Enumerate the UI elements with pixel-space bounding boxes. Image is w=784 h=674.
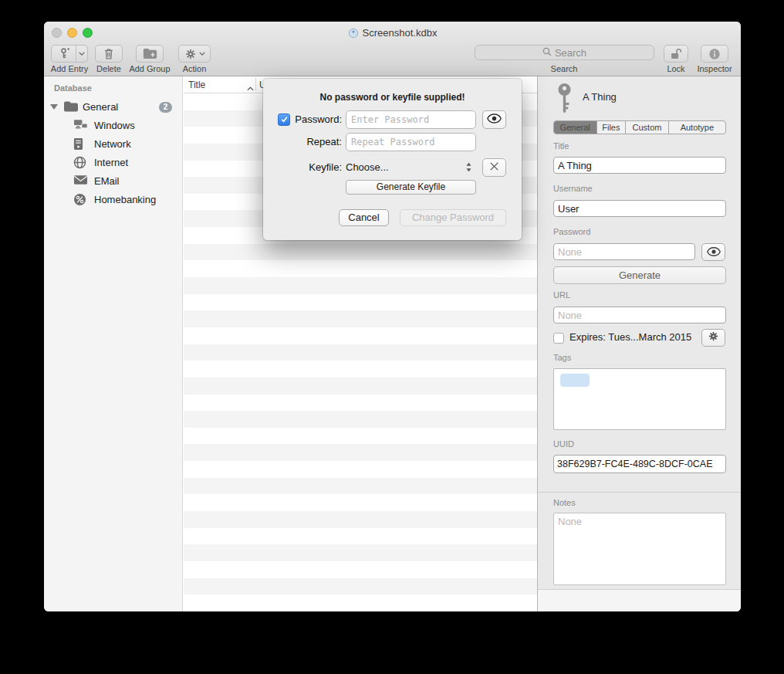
url-field[interactable] [553, 307, 726, 323]
list-row[interactable] [184, 511, 537, 528]
notes-field-label: Notes [553, 498, 576, 507]
search-icon [542, 47, 552, 59]
list-row[interactable] [184, 244, 537, 261]
expires-settings-button[interactable] [701, 329, 725, 347]
list-row[interactable] [184, 310, 537, 327]
info-icon [708, 48, 721, 60]
entry-title: A Thing [583, 91, 617, 103]
sidebar-item-label: Windows [94, 120, 135, 131]
repeat-row-label: Repeat: [291, 133, 342, 151]
list-row[interactable] [184, 361, 537, 378]
generate-password-button[interactable]: Generate [553, 266, 726, 284]
key-icon [555, 83, 574, 117]
list-row[interactable] [184, 294, 537, 311]
password-checkbox[interactable] [278, 113, 290, 126]
list-row[interactable] [184, 561, 537, 578]
title-field-label: Title [553, 141, 569, 151]
dialog-password-input[interactable] [346, 110, 476, 129]
divider [538, 492, 741, 493]
key-plus-icon [52, 46, 76, 62]
password-field[interactable] [553, 243, 695, 260]
list-row[interactable] [184, 578, 537, 595]
tab-autotype[interactable]: Autotype [669, 121, 725, 134]
password-field-label: Password [553, 227, 590, 236]
globe-icon [73, 156, 86, 172]
chevron-down-icon[interactable] [76, 46, 87, 62]
change-password-button[interactable]: Change Password [400, 209, 506, 226]
list-row[interactable] [184, 444, 537, 461]
sidebar-group-label: General [83, 101, 118, 113]
show-password-button[interactable] [482, 110, 506, 129]
cancel-button[interactable]: Cancel [339, 209, 389, 226]
window-title: Screenshot.kdbx [44, 27, 741, 41]
keyfile-popup[interactable]: Choose... [346, 158, 389, 177]
sidebar-item-label: Homebanking [94, 194, 156, 205]
add-entry-label: Add Entry [46, 64, 93, 73]
sidebar: Database General 2 Windows Network [44, 76, 183, 611]
add-group-button[interactable] [136, 45, 164, 63]
app-window: Screenshot.kdbx Add Entry Delete Add Gro… [44, 22, 741, 611]
generate-keyfile-button[interactable]: Generate Keyfile [346, 180, 476, 195]
sidebar-section-header: Database [54, 83, 92, 93]
list-row[interactable] [184, 327, 537, 344]
sidebar-item-homebanking[interactable]: Homebanking [44, 191, 182, 209]
lock-button[interactable] [664, 45, 688, 63]
sidebar-item-internet[interactable]: Internet [44, 154, 182, 172]
list-row[interactable] [184, 594, 537, 611]
inspector-button[interactable] [701, 45, 728, 63]
list-row[interactable] [184, 528, 537, 545]
group-count-badge: 2 [159, 102, 172, 113]
show-password-button[interactable] [701, 243, 725, 261]
list-row[interactable] [184, 428, 537, 445]
action-button[interactable] [178, 45, 211, 63]
sidebar-group-general[interactable]: General 2 [44, 99, 182, 116]
search-input[interactable]: Search [475, 45, 654, 60]
list-row[interactable] [184, 395, 537, 412]
eye-icon [487, 113, 502, 127]
dialog-repeat-input[interactable] [346, 133, 476, 151]
close-x-icon [489, 161, 499, 174]
delete-button[interactable] [95, 45, 123, 63]
gear-icon [708, 330, 719, 345]
list-row[interactable] [184, 411, 537, 428]
list-row[interactable] [184, 277, 537, 294]
eye-icon [707, 246, 721, 259]
list-row[interactable] [184, 378, 537, 395]
column-header-title[interactable]: Title [188, 80, 205, 90]
expires-label: Expires: Tues...March 2015 [569, 331, 691, 343]
list-row[interactable] [184, 461, 537, 478]
list-row[interactable] [184, 544, 537, 561]
tags-box[interactable] [553, 368, 726, 430]
tag-token[interactable] [560, 374, 590, 387]
uuid-field-label: UUID [553, 439, 574, 449]
sidebar-item-windows[interactable]: Windows [44, 117, 182, 135]
expires-checkbox[interactable] [553, 333, 564, 344]
popup-stepper-icon[interactable] [465, 161, 472, 176]
password-row-label: Password: [291, 110, 342, 129]
column-divider[interactable] [255, 78, 256, 91]
titlebar-toolbar: Screenshot.kdbx Add Entry Delete Add Gro… [44, 22, 741, 76]
sidebar-item-network[interactable]: Network [44, 135, 182, 154]
tab-files[interactable]: Files [597, 121, 627, 134]
uuid-field[interactable] [553, 455, 726, 473]
sidebar-item-label: Network [94, 138, 131, 150]
clear-keyfile-button[interactable] [482, 158, 506, 177]
tab-custom[interactable]: Custom [626, 121, 669, 134]
username-field-label: Username [553, 184, 593, 193]
disclosure-triangle-icon[interactable] [50, 104, 58, 110]
title-field[interactable] [553, 157, 726, 174]
list-row[interactable] [184, 260, 537, 277]
search-placeholder: Search [555, 47, 586, 59]
username-field[interactable] [553, 200, 726, 217]
notes-field[interactable] [553, 513, 726, 585]
list-row[interactable] [184, 494, 537, 511]
list-row[interactable] [184, 344, 537, 361]
tags-field-label: Tags [553, 353, 571, 362]
windows-network-icon [73, 119, 88, 134]
checkmark-icon [280, 113, 289, 127]
sidebar-item-email[interactable]: EMail [44, 172, 182, 191]
tab-general[interactable]: General [554, 121, 597, 134]
list-row[interactable] [184, 478, 537, 495]
add-entry-button[interactable] [51, 45, 88, 63]
document-proxy-icon [348, 28, 359, 41]
